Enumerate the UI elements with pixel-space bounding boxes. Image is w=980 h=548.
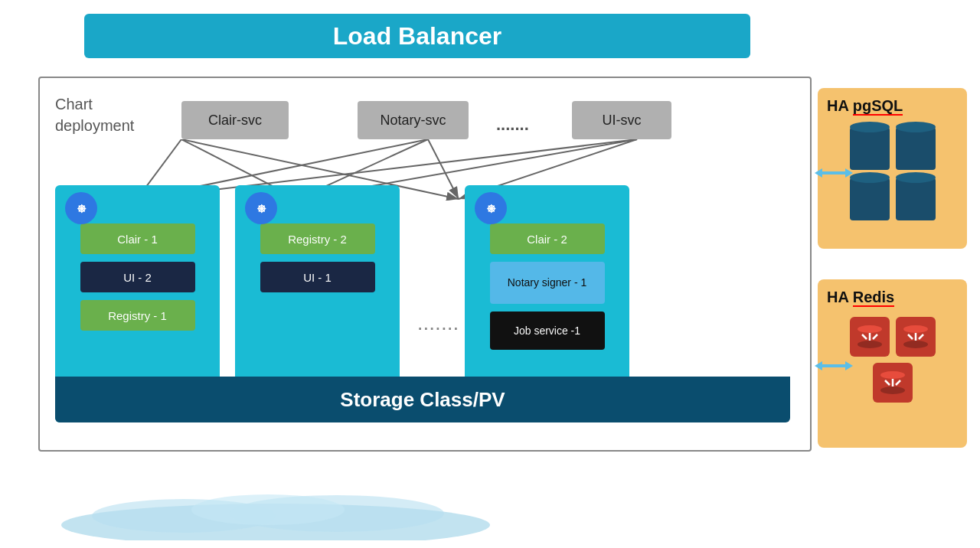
redis-icon-2 — [896, 317, 936, 357]
svg-point-33 — [880, 387, 905, 394]
db-cylinder-1 — [850, 126, 890, 170]
svg-point-21 — [858, 341, 882, 348]
redis-icon-3 — [873, 363, 913, 403]
redis-icons-grid — [850, 317, 936, 403]
ha-pgsql-title: HA pgSQL — [827, 97, 903, 115]
pod-ui-1: UI - 1 — [260, 262, 375, 292]
pod-clair-2: Clair - 2 — [490, 223, 605, 254]
svg-marker-18 — [845, 168, 853, 178]
svg-text:⎈: ⎈ — [257, 201, 266, 216]
pod-notary-signer-1: Notary signer - 1 — [490, 262, 605, 304]
chart-box: Chart deployment Clair-svc Notary-svc ..… — [38, 77, 812, 452]
db-cylinder-4 — [896, 176, 936, 220]
notary-svc-box: Notary-svc — [358, 101, 469, 139]
kubernetes-logo-1: ⎈ — [64, 191, 98, 225]
pod-job-service-1: Job service -1 — [490, 312, 605, 350]
svg-text:⎈: ⎈ — [77, 201, 87, 216]
svg-marker-39 — [845, 361, 853, 370]
ha-redis-arrow — [815, 360, 853, 372]
svg-marker-17 — [815, 168, 822, 178]
kubernetes-logo-2: ⎈ — [244, 191, 278, 225]
svg-point-43 — [191, 494, 345, 525]
pod-registry-1: Registry - 1 — [80, 300, 195, 331]
storage-label: Storage Class/PV — [340, 388, 505, 412]
db-cylinder-2 — [896, 126, 936, 170]
kubernetes-logo-3: ⎈ — [474, 191, 508, 225]
redis-icon-1 — [850, 317, 890, 357]
ui-svc-box: UI-svc — [572, 101, 671, 139]
svg-point-27 — [903, 341, 928, 348]
db-cylinders-grid — [850, 126, 936, 220]
storage-class-bar: Storage Class/PV — [55, 377, 790, 422]
load-balancer-label: Load Balancer — [333, 22, 502, 51]
pod-clair-1: Clair - 1 — [80, 223, 195, 254]
clair-svc-box: Clair-svc — [181, 101, 289, 139]
db-cylinder-3 — [850, 176, 890, 220]
cloud-decoration — [46, 487, 505, 540]
svg-point-26 — [903, 325, 928, 333]
dots-between-svcs: ....... — [484, 109, 541, 141]
ha-redis-title: HA Redis — [827, 289, 894, 306]
k8s-nodes-row: ⎈ Clair - 1 UI - 2 Registry - 1 ⎈ Regist… — [55, 185, 790, 422]
ha-pgsql-arrow — [815, 167, 853, 179]
svg-point-20 — [858, 325, 882, 333]
load-balancer-banner: Load Balancer — [84, 14, 750, 58]
svg-text:⎈: ⎈ — [487, 201, 496, 216]
pod-ui-2: UI - 2 — [80, 262, 195, 292]
pod-registry-2: Registry - 2 — [260, 223, 375, 254]
svg-marker-38 — [815, 361, 822, 370]
svg-point-32 — [880, 371, 905, 379]
chart-label: Chart deployment — [55, 93, 134, 136]
